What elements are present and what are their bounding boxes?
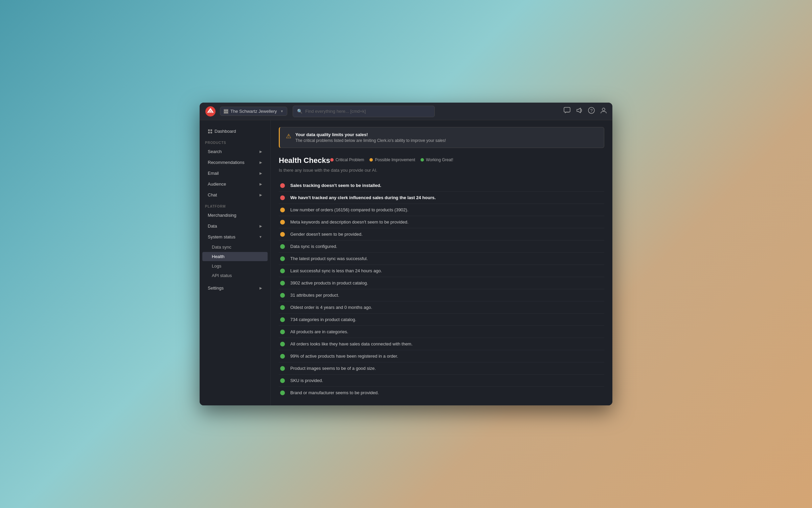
svg-rect-5: [226, 112, 228, 113]
svg-rect-10: [208, 129, 210, 131]
critical-label: Critical Problem: [336, 157, 364, 162]
svg-text:?: ?: [590, 108, 592, 113]
alert-text: Your data quality limits your sales! The…: [295, 132, 446, 143]
svg-rect-11: [210, 129, 212, 131]
check-item-text: Gender doesn't seem to be provided.: [290, 232, 363, 237]
sidebar-item-recommendations[interactable]: Recommendations ▶: [202, 157, 268, 168]
check-item: We havn't tracked any clerk influenced s…: [279, 192, 604, 204]
check-item-text: Meta keywords and description doesn't se…: [290, 219, 408, 225]
status-dot-green: [280, 269, 285, 273]
health-checks-title: Health Checks: [279, 156, 330, 165]
store-icon: [224, 109, 228, 114]
check-item: Meta keywords and description doesn't se…: [279, 216, 604, 228]
legend-working: Working Great!: [421, 157, 453, 162]
platform-section-label: PLATFORM: [200, 200, 270, 210]
check-item-text: Low number of orders (16156) compared to…: [290, 207, 408, 212]
check-item-text: 734 categories in product catalog.: [290, 317, 356, 322]
health-checks-header: Health Checks Critical Problem Possible …: [279, 156, 604, 165]
possible-label: Possible Improvement: [375, 157, 415, 162]
check-item: 734 categories in product catalog.: [279, 314, 604, 326]
sidebar-item-data[interactable]: Data ▶: [202, 221, 268, 231]
search-arrow-icon: ▶: [260, 150, 262, 153]
search-placeholder-text: Find everything here... [cmd+k]: [305, 109, 366, 114]
system-status-label: System status: [208, 234, 235, 239]
sidebar-item-system-status[interactable]: System status ▼: [202, 232, 268, 242]
chat-label: Chat: [208, 192, 217, 197]
health-label: Health: [212, 254, 225, 259]
svg-rect-4: [224, 112, 226, 113]
data-sync-label: Data sync: [212, 245, 231, 250]
sidebar-subitem-data-sync[interactable]: Data sync: [202, 242, 268, 252]
audience-label: Audience: [208, 182, 226, 187]
megaphone-icon[interactable]: [576, 107, 583, 115]
svg-rect-3: [226, 110, 228, 111]
sidebar-item-email[interactable]: Email ▶: [202, 168, 268, 178]
app-logo[interactable]: [205, 106, 216, 117]
sidebar-item-settings[interactable]: Settings ▶: [202, 283, 268, 293]
chat-bubble-icon[interactable]: [564, 107, 570, 115]
critical-dot: [330, 158, 334, 162]
status-dot-green: [280, 390, 285, 395]
sidebar-item-audience[interactable]: Audience ▶: [202, 179, 268, 189]
check-item-text: Last successful sync is less than 24 hou…: [290, 268, 382, 273]
sidebar-subitem-logs[interactable]: Logs: [202, 261, 268, 271]
check-item: All products are in categories.: [279, 326, 604, 338]
recommendations-label: Recommendations: [208, 160, 244, 165]
store-name-label: The Schwartz Jewellery: [230, 109, 277, 114]
sidebar-item-dashboard[interactable]: Dashboard: [202, 126, 268, 136]
svg-rect-13: [210, 132, 212, 133]
data-label: Data: [208, 224, 217, 229]
check-item-text: All products are in categories.: [290, 329, 348, 334]
check-item: 3902 active products in product catalog.: [279, 277, 604, 289]
global-search[interactable]: 🔍 Find everything here... [cmd+k]: [293, 106, 435, 117]
user-icon[interactable]: [600, 107, 607, 115]
check-item-text: We havn't tracked any clerk influenced s…: [290, 195, 436, 200]
check-item-text: All orders looks like they have sales da…: [290, 341, 412, 346]
alert-banner: ⚠ Your data quality limits your sales! T…: [279, 127, 604, 148]
main-content: ⚠ Your data quality limits your sales! T…: [271, 120, 612, 405]
legend-possible: Possible Improvement: [369, 157, 415, 162]
svg-point-9: [602, 108, 605, 111]
status-dot-red: [280, 183, 285, 188]
topbar: The Schwartz Jewellery ▼ 🔍 Find everythi…: [200, 103, 612, 120]
sidebar-subitem-health[interactable]: Health: [202, 252, 268, 261]
sidebar: Dashboard PRODUCTS Search ▶ Recommendati…: [200, 120, 271, 405]
check-item: Last successful sync is less than 24 hou…: [279, 265, 604, 277]
check-item: Product images seems to be of a good siz…: [279, 362, 604, 375]
check-item-text: Sales tracking doesn't seem to be instal…: [290, 183, 381, 188]
settings-label: Settings: [208, 285, 224, 291]
checks-list: Sales tracking doesn't seem to be instal…: [279, 179, 604, 399]
check-item-text: SKU is provided.: [290, 378, 323, 383]
main-layout: Dashboard PRODUCTS Search ▶ Recommendati…: [200, 120, 612, 405]
sidebar-item-chat[interactable]: Chat ▶: [202, 190, 268, 200]
store-chevron-icon: ▼: [280, 109, 284, 113]
check-item-text: Data sync is configured.: [290, 244, 337, 249]
status-dot-yellow: [280, 220, 285, 225]
dashboard-label: Dashboard: [215, 129, 236, 134]
question-icon[interactable]: ?: [588, 107, 595, 115]
alert-title: Your data quality limits your sales!: [295, 132, 446, 137]
svg-rect-2: [224, 110, 226, 111]
check-item: 99% of active products have been registe…: [279, 350, 604, 362]
sidebar-item-search[interactable]: Search ▶: [202, 146, 268, 157]
svg-rect-12: [208, 132, 210, 133]
status-dot-green: [280, 342, 285, 346]
store-selector[interactable]: The Schwartz Jewellery ▼: [220, 107, 287, 116]
health-legend: Critical Problem Possible Improvement Wo…: [330, 157, 453, 162]
sidebar-subitem-api-status[interactable]: API status: [202, 271, 268, 280]
check-item: Oldest order is 4 years and 0 months ago…: [279, 301, 604, 314]
audience-arrow-icon: ▶: [260, 182, 262, 186]
check-item: Data sync is configured.: [279, 240, 604, 253]
check-item-text: 99% of active products have been registe…: [290, 354, 398, 359]
status-dot-green: [280, 305, 285, 310]
recommendations-arrow-icon: ▶: [260, 161, 262, 164]
check-item-text: 3902 active products in product catalog.: [290, 280, 368, 285]
status-dot-yellow: [280, 232, 285, 237]
possible-dot: [369, 158, 373, 162]
status-dot-green: [280, 244, 285, 249]
system-status-arrow-icon: ▼: [259, 235, 262, 239]
sidebar-item-merchandising[interactable]: Merchandising: [202, 210, 268, 220]
status-dot-green: [280, 281, 285, 285]
alert-subtitle: The critical problems listed below are l…: [295, 138, 446, 143]
app-window: The Schwartz Jewellery ▼ 🔍 Find everythi…: [200, 103, 612, 405]
